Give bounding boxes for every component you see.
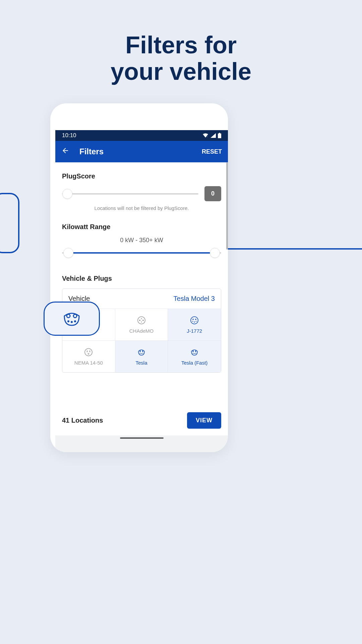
j1772-icon <box>190 316 199 325</box>
plug-label: Tesla <box>135 360 147 366</box>
svg-point-24 <box>192 351 194 352</box>
appbar-title: Filters <box>79 147 202 156</box>
svg-point-32 <box>71 321 73 323</box>
vehicle-section-title: Vehicle & Plugs <box>62 275 221 282</box>
chademo-icon <box>137 316 146 325</box>
svg-point-15 <box>85 348 92 356</box>
plug-cell-chademo[interactable]: CHAdeMO <box>115 309 168 340</box>
svg-point-33 <box>74 320 76 322</box>
app-bar: Filters RESET <box>55 141 228 162</box>
filters-content: PlugScore 0 Locations will not be filter… <box>55 162 228 435</box>
svg-rect-17 <box>89 351 90 352</box>
battery-icon <box>218 133 221 138</box>
plug-cell-tesla-fast[interactable]: Tesla (Fast) <box>168 340 221 372</box>
svg-point-22 <box>141 353 142 354</box>
plug-label: CHAdeMO <box>129 328 154 334</box>
svg-point-21 <box>140 353 140 353</box>
svg-point-20 <box>142 351 143 352</box>
plugscore-slider-row: 0 <box>62 186 221 201</box>
tesla-icon <box>137 348 146 357</box>
plugscore-slider[interactable] <box>62 193 198 195</box>
reset-button[interactable]: RESET <box>202 148 222 155</box>
back-arrow-icon[interactable] <box>61 147 69 157</box>
plug-cell-nema[interactable]: NEMA 14-50 <box>62 340 115 372</box>
svg-point-18 <box>88 353 89 354</box>
svg-point-4 <box>138 317 145 324</box>
plug-cell-j1772[interactable]: J-1772 <box>168 309 221 340</box>
phone-frame: 10:10 ! Filters RESET PlugScore 0 Locati… <box>50 103 228 452</box>
decoration-line <box>217 248 362 250</box>
plug-label: NEMA 14-50 <box>74 360 103 366</box>
plugscore-title: PlugScore <box>62 172 221 180</box>
vehicle-value: Tesla Model 3 <box>174 295 215 303</box>
phone-side-button <box>225 292 227 322</box>
signal-icon <box>210 133 216 138</box>
headline-line-1: Filters for <box>0 32 362 58</box>
svg-point-10 <box>192 319 194 320</box>
plugscore-value: 0 <box>204 186 221 201</box>
nema-icon <box>84 348 93 357</box>
svg-point-7 <box>141 318 142 319</box>
gesture-bar <box>55 435 228 452</box>
svg-rect-16 <box>87 351 87 352</box>
svg-point-19 <box>139 351 141 352</box>
tesla-plug-icon <box>62 309 81 328</box>
wifi-icon: ! <box>202 133 208 138</box>
svg-point-8 <box>141 321 142 322</box>
plugscore-hint: Locations will not be filtered by PlugSc… <box>62 205 221 211</box>
svg-point-25 <box>195 351 196 352</box>
plug-cell-tesla[interactable]: Tesla <box>115 340 168 372</box>
phone-side-button <box>225 339 227 363</box>
svg-point-26 <box>193 353 193 353</box>
svg-point-28 <box>195 353 196 353</box>
svg-point-27 <box>194 353 195 354</box>
kw-slider[interactable] <box>62 248 221 258</box>
plug-label: Tesla (Fast) <box>181 360 207 366</box>
svg-point-31 <box>67 320 69 322</box>
svg-point-14 <box>196 321 196 321</box>
svg-point-23 <box>142 353 143 353</box>
svg-rect-3 <box>219 133 220 133</box>
svg-point-9 <box>191 317 198 324</box>
highlight-bubble <box>44 302 100 336</box>
location-count: 41 Locations <box>62 417 103 424</box>
svg-text:!: ! <box>207 136 207 138</box>
footer-bar: 41 Locations VIEW <box>55 412 228 429</box>
svg-point-6 <box>142 320 144 321</box>
svg-point-13 <box>192 321 193 321</box>
status-bar: 10:10 ! <box>55 130 228 141</box>
kw-title: Kilowatt Range <box>62 223 221 231</box>
marketing-headline: Filters for your vehicle <box>0 0 362 85</box>
headline-line-2: your vehicle <box>0 58 362 85</box>
svg-rect-2 <box>218 133 221 138</box>
status-icons: ! <box>202 133 221 138</box>
scroll-indicator <box>226 162 228 250</box>
kw-range-text: 0 kW - 350+ kW <box>62 237 221 244</box>
svg-point-5 <box>139 320 140 321</box>
svg-point-12 <box>194 321 195 322</box>
plug-label: J-1772 <box>187 328 202 334</box>
svg-point-30 <box>73 314 77 318</box>
svg-point-29 <box>67 314 70 318</box>
svg-point-11 <box>195 319 196 320</box>
status-time: 10:10 <box>62 132 76 139</box>
tesla-fast-icon <box>190 348 199 357</box>
decoration-rounded-rect <box>0 193 19 253</box>
view-button[interactable]: VIEW <box>187 412 221 429</box>
